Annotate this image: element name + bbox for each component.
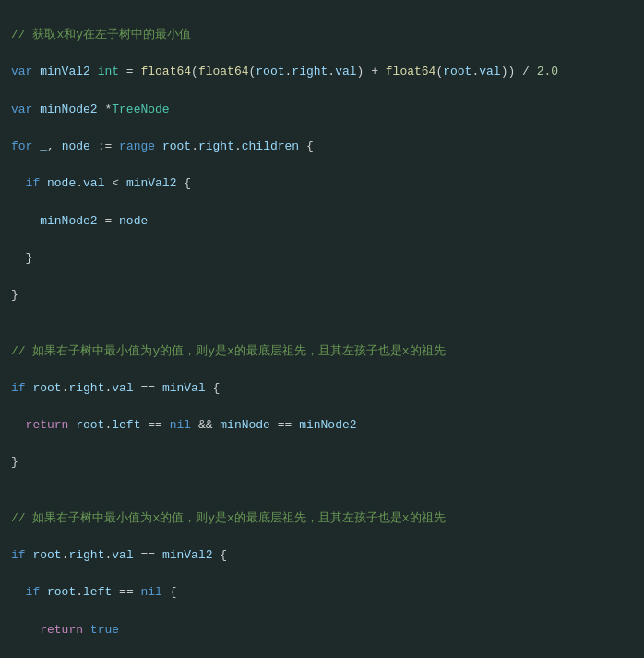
code-line: if root.right.val == minVal { [11,379,633,398]
code-line: } [11,453,633,472]
code-line: // 获取x和y在左子树中的最小值 [11,26,633,44]
code-line: minNode2 = node [40,212,633,231]
code-line: // 如果右子树中最小值为y的值，则y是x的最底层祖先，且其左孩子也是x的祖先 [11,342,633,361]
code-line: var minVal2 int = float64(float64(root.r… [11,63,633,81]
code-line: if root.left == nil { [26,583,633,602]
code-line: } [26,249,633,268]
code-line: var minNode2 *TreeNode [11,101,633,119]
code-line: } [11,286,633,305]
code-line: return root.left == nil && minNode == mi… [26,416,633,435]
code-line: for _, node := range root.right.children… [11,138,633,156]
code-editor: // 获取x和y在左子树中的最小值 var minVal2 int = floa… [0,0,644,658]
code-line: // 如果右子树中最小值为x的值，则y是x的最底层祖先，且其左孩子也是x的祖先 [11,509,633,528]
code-line: if node.val < minVal2 { [26,174,633,193]
code-line: return true [40,621,633,640]
code-line: if root.right.val == minVal2 { [11,546,633,565]
